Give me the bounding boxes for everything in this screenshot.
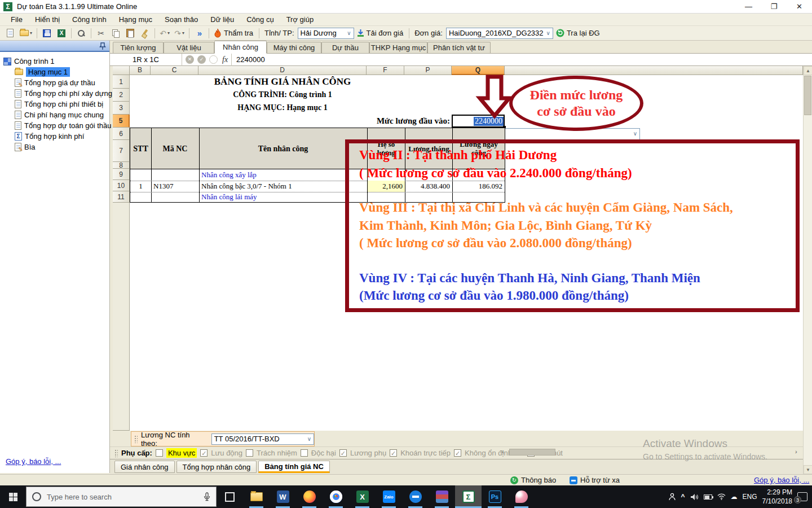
cell-stt[interactable]: 1 bbox=[130, 182, 151, 191]
drag-grip[interactable] bbox=[114, 449, 118, 457]
ho-tro-tu-xa-status[interactable]: Hỗ trợ từ xa bbox=[570, 476, 620, 484]
menu-soan-thao[interactable]: Soạn thảo bbox=[158, 15, 204, 24]
luong-nc-select[interactable]: TT 05/2016/TT-BXD∨ bbox=[211, 433, 314, 445]
formula-input[interactable]: 2240000 bbox=[231, 54, 265, 66]
cell-name-box[interactable]: 1R x 1C bbox=[110, 54, 182, 66]
col-header-D[interactable]: D bbox=[198, 66, 367, 75]
taskbar-photoshop[interactable]: Ps bbox=[482, 485, 508, 508]
tab-du-thau[interactable]: Dự thầu bbox=[321, 42, 369, 53]
tree-item-hang-muc[interactable]: Hạng mục 1 bbox=[15, 67, 70, 77]
pin-icon[interactable] bbox=[99, 42, 106, 50]
checkbox-label-luu-dong[interactable]: Lưu động bbox=[211, 449, 242, 457]
excel-export-button[interactable]: X bbox=[55, 27, 68, 40]
redo-button[interactable]: ↷▾ bbox=[173, 27, 186, 40]
menu-cong-cu[interactable]: Công cụ bbox=[240, 15, 280, 24]
language-indicator[interactable]: ENG bbox=[743, 493, 757, 501]
microphone-icon[interactable] bbox=[204, 492, 210, 501]
col-header-B[interactable]: B bbox=[130, 66, 151, 75]
minimize-button[interactable]: — bbox=[736, 0, 761, 14]
close-button[interactable]: ✕ bbox=[787, 0, 812, 14]
volume-icon[interactable] bbox=[690, 493, 699, 501]
tinh-tp-select[interactable]: Hải Dương∨ bbox=[298, 28, 354, 39]
tab-nhan-cong[interactable]: Nhân công bbox=[214, 41, 267, 54]
hscroll-right-arrow[interactable]: › bbox=[795, 448, 797, 455]
taskbar-excel[interactable]: X bbox=[349, 485, 376, 508]
taskbar-teamviewer[interactable] bbox=[402, 485, 429, 508]
vertical-scrollbar[interactable]: ▲ ▼ bbox=[803, 66, 812, 474]
row-header-5[interactable]: 5 bbox=[113, 115, 130, 128]
undo-button[interactable]: ↶▾ bbox=[158, 27, 171, 40]
row-header-11[interactable]: 11 bbox=[113, 191, 130, 203]
taskbar-search[interactable]: Type here to search bbox=[26, 487, 217, 507]
paste-button[interactable] bbox=[123, 27, 137, 40]
tree-item-tong-hop-chi-phi-thiet-bi[interactable]: Tổng hợp chi phí thiết bị bbox=[15, 99, 103, 110]
taskbar-clock[interactable]: 2:29 PM 7/10/2018 bbox=[762, 488, 792, 506]
tab-tien-luong[interactable]: Tiên lượng bbox=[113, 42, 164, 53]
tree-item-bia[interactable]: Bìa bbox=[15, 142, 36, 152]
row-header-1[interactable]: 1 bbox=[113, 75, 130, 89]
taskbar-eta-active[interactable]: Σ bbox=[455, 485, 482, 508]
row-header-6[interactable]: 6 bbox=[113, 128, 130, 140]
task-view-button[interactable] bbox=[217, 485, 243, 508]
checkbox-doc-hai[interactable] bbox=[301, 449, 308, 457]
sidebar-feedback-link[interactable]: Góp ý, báo lỗi, ... bbox=[6, 457, 61, 466]
tab-may-thi-cong[interactable]: Máy thi công bbox=[267, 42, 321, 53]
taskbar-firefox[interactable] bbox=[296, 485, 323, 508]
hscroll-thumb[interactable] bbox=[509, 449, 555, 456]
drag-grip[interactable] bbox=[134, 435, 138, 443]
thong-bao-status[interactable]: ↻ Thông báo bbox=[510, 476, 556, 484]
menu-tro-giup[interactable]: Trợ giúp bbox=[280, 15, 320, 24]
open-button[interactable]: ▾ bbox=[18, 27, 34, 40]
tham-tra-button[interactable]: Thẩm tra bbox=[212, 27, 256, 40]
taskbar-file-explorer[interactable] bbox=[243, 485, 270, 508]
format-brush-button[interactable] bbox=[138, 27, 152, 40]
hidden-icons-chevron[interactable]: ^ bbox=[681, 493, 685, 501]
scroll-down-arrow[interactable]: ▼ bbox=[804, 465, 812, 474]
row-header-2[interactable]: 2 bbox=[113, 89, 130, 102]
action-center-icon[interactable]: 3 bbox=[797, 492, 807, 501]
onedrive-cloud-icon[interactable]: ☁ bbox=[731, 493, 738, 501]
tra-lai-dg-button[interactable]: Tra lại ĐG bbox=[554, 27, 603, 40]
menu-cong-trinh[interactable]: Công trình bbox=[66, 15, 113, 24]
hscroll-left-arrow[interactable]: ‹ bbox=[502, 448, 504, 455]
taskbar-zalo[interactable]: Zalo bbox=[376, 485, 402, 508]
sheet-tab-gia-nhan-cong[interactable]: Giá nhân công bbox=[114, 461, 175, 473]
checkbox-khu-vuc[interactable] bbox=[156, 449, 163, 457]
sheet-tab-tong-hop-nhan-cong[interactable]: Tổng hợp nhân công bbox=[176, 461, 257, 473]
row-header-7[interactable]: 7 bbox=[113, 140, 130, 162]
cancel-entry-icon[interactable]: ✕ bbox=[186, 55, 194, 64]
tab-thkp-hang-muc[interactable]: THKP Hạng mục bbox=[369, 42, 427, 53]
tab-phan-tich-vat-tu[interactable]: Phân tích vật tư bbox=[427, 42, 491, 53]
checkbox-luong-phu[interactable]: ✓ bbox=[339, 449, 347, 457]
scroll-up-arrow[interactable]: ▲ bbox=[804, 66, 812, 75]
checkbox-khong-on-dinh-sx[interactable]: ✓ bbox=[454, 449, 461, 457]
print-preview-button[interactable] bbox=[74, 27, 88, 40]
new-button[interactable] bbox=[3, 27, 17, 40]
sheet-tab-bang-tinh-gia-nc[interactable]: Bảng tính giá NC bbox=[258, 461, 330, 473]
statusbar-feedback-link[interactable]: Góp ý, báo lỗi, ... bbox=[754, 476, 809, 484]
start-button[interactable] bbox=[0, 485, 26, 508]
row-header-8[interactable]: 8 bbox=[113, 162, 130, 169]
copy-button[interactable] bbox=[109, 27, 122, 40]
menu-hang-muc[interactable]: Hạng mục bbox=[113, 15, 158, 24]
tai-don-gia-button[interactable]: Tải đơn giá bbox=[355, 27, 407, 40]
menu-hien-thi[interactable]: Hiển thị bbox=[29, 15, 66, 24]
tree-item-tong-hop-gia-du-thau[interactable]: Tổng hợp giá dự thầu bbox=[15, 77, 95, 88]
people-icon[interactable] bbox=[668, 493, 676, 501]
save-button[interactable] bbox=[40, 27, 54, 40]
checkbox-luu-dong[interactable]: ✓ bbox=[200, 449, 208, 457]
row-header-10[interactable]: 10 bbox=[113, 180, 130, 191]
cell-ten-nhan-cong[interactable]: Nhân công bậc 3,0/7 - Nhóm 1 bbox=[201, 182, 292, 191]
wifi-icon[interactable] bbox=[717, 493, 726, 500]
checkbox-label-luong-phu[interactable]: Lương phụ bbox=[350, 449, 386, 457]
taskbar-winrar[interactable] bbox=[429, 485, 455, 508]
checkbox-khoan-truc-tiep[interactable]: ✓ bbox=[390, 449, 397, 457]
taskbar-paint[interactable] bbox=[508, 485, 535, 508]
checkbox-label-khu-vuc[interactable]: Khu vực bbox=[166, 448, 197, 458]
taskbar-chrome[interactable] bbox=[323, 485, 349, 508]
cut-button[interactable]: ✂ bbox=[94, 27, 108, 40]
checkbox-trach-nhiem[interactable] bbox=[246, 449, 253, 457]
don-gia-select[interactable]: HaiDuong_2016XD_DG2332∨ bbox=[446, 28, 553, 39]
menu-du-lieu[interactable]: Dữ liệu bbox=[204, 15, 240, 24]
confirm-entry-icon[interactable]: ✓ bbox=[197, 55, 206, 64]
